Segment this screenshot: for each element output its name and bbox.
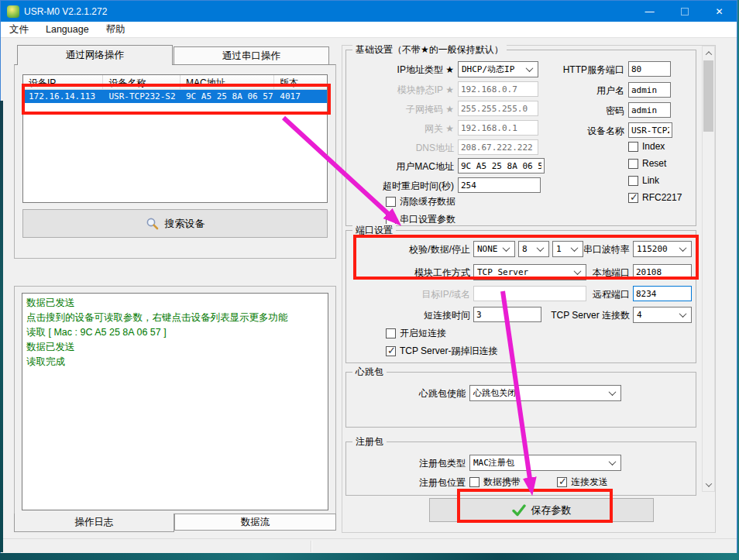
ip-type-label: IP地址类型 ★ (348, 64, 454, 77)
conn-send-checkbox[interactable] (557, 477, 567, 487)
device-name-cell: USR-TCP232-S2 (103, 90, 180, 103)
device-ip-cell: 172.16.14.113 (23, 90, 103, 103)
status-bar-divider (311, 541, 312, 552)
tcp-connections-select[interactable]: 4 (633, 307, 692, 323)
tab-operation-log[interactable]: 操作日志 (14, 514, 174, 532)
dns-field[interactable] (458, 139, 538, 155)
static-ip-label: 模块静态IP ★ (348, 84, 454, 97)
gateway-field[interactable] (458, 120, 538, 136)
parity-value: NONE (477, 244, 498, 254)
col-header-version[interactable]: 版本 (274, 75, 327, 89)
chevron-down-icon (609, 458, 617, 466)
parity-select[interactable]: NONE (473, 241, 515, 257)
tab-network-operation-label: 通过网络操作 (66, 49, 124, 62)
link-checkbox[interactable] (628, 176, 638, 186)
device-list-header: 设备IP 设备名称 MAC地址 版本 (23, 75, 327, 90)
subnet-mask-field[interactable] (458, 101, 538, 116)
rfc2217-checkbox[interactable] (628, 193, 638, 203)
password-field[interactable] (628, 102, 671, 118)
register-type-label: 注册包类型 (357, 457, 466, 470)
heartbeat-enable-label: 心跳包使能 (357, 387, 466, 400)
search-device-button[interactable]: 搜索设备 (22, 209, 328, 238)
baud-rate-label: 串口波特率 (543, 243, 630, 256)
rfc2217-checkbox-row[interactable]: RFC2217 (628, 192, 682, 203)
log-line: 数据已发送 (26, 340, 324, 355)
heartbeat-enable-value: 心跳包关闭 (473, 387, 516, 399)
log-line: 数据已发送 (26, 296, 324, 311)
menu-help[interactable]: 帮助 (98, 23, 134, 36)
col-header-device-ip[interactable]: 设备IP (23, 75, 103, 89)
tab-operation-log-label: 操作日志 (75, 516, 114, 529)
link-checkbox-row[interactable]: Link (628, 175, 659, 186)
ip-type-select[interactable]: DHCP/动态IP (458, 61, 538, 77)
short-conn-time-label: 短连接时间 (348, 309, 470, 322)
save-params-button[interactable]: 保存参数 (429, 498, 654, 522)
tab-data-stream[interactable]: 数据流 (174, 514, 336, 531)
kick-old-conn-checkbox[interactable] (386, 346, 396, 356)
menu-file[interactable]: 文件 (1, 23, 37, 36)
chevron-up-icon (705, 51, 711, 57)
col-header-device-name[interactable]: 设备名称 (103, 75, 180, 89)
device-row-selected[interactable]: 172.16.14.113 USR-TCP232-S2 9C A5 25 8A … (23, 90, 327, 103)
username-label: 用户名 (543, 84, 624, 98)
kick-old-conn-checkbox-row[interactable]: TCP Server-踢掉旧连接 (386, 345, 497, 358)
conn-send-checkbox-row[interactable]: 连接发送 (557, 476, 608, 489)
clear-cache-checkbox[interactable] (386, 197, 396, 207)
tab-network-operation[interactable]: 通过网络操作 (17, 45, 173, 65)
reset-checkbox[interactable] (628, 159, 638, 169)
user-mac-field[interactable] (458, 158, 545, 173)
tcp-connections-value: 4 (637, 310, 642, 320)
enable-short-conn-checkbox[interactable] (386, 328, 396, 338)
register-type-select[interactable]: MAC注册包 (469, 455, 621, 471)
static-ip-field[interactable] (458, 81, 538, 97)
minimize-icon: — (645, 6, 655, 17)
scrollbar-thumb[interactable] (703, 60, 713, 132)
tab-serial-operation[interactable]: 通过串口操作 (174, 46, 329, 65)
baud-rate-value: 115200 (637, 244, 668, 254)
device-name-field[interactable] (628, 122, 672, 138)
local-port-field[interactable] (633, 264, 692, 280)
maximize-button[interactable] (667, 1, 702, 22)
data-carry-checkbox-row[interactable]: 数据携带 (469, 476, 521, 489)
operation-log[interactable]: 数据已发送 点击搜到的设备可读取参数，右键点击设备列表显示更多功能 读取 [ M… (22, 293, 328, 510)
target-ip-label: 目标IP/域名 (348, 288, 470, 301)
reset-checkbox-row[interactable]: Reset (628, 158, 666, 169)
chevron-down-icon (705, 480, 711, 486)
scroll-up-button[interactable] (703, 46, 714, 60)
settings-scrollbar[interactable] (702, 46, 715, 492)
data-bits-value: 8 (522, 244, 528, 254)
index-checkbox-row[interactable]: Index (628, 141, 665, 152)
col-header-mac[interactable]: MAC地址 (180, 75, 274, 89)
enable-short-conn-checkbox-row[interactable]: 开启短连接 (386, 327, 446, 340)
http-port-field[interactable] (628, 61, 671, 77)
remote-port-field[interactable] (633, 286, 692, 301)
ip-type-value: DHCP/动态IP (462, 64, 514, 75)
close-button[interactable]: ✕ (702, 1, 737, 22)
menu-language[interactable]: Language (37, 24, 98, 35)
scroll-down-button[interactable] (703, 478, 714, 491)
status-bar (1, 538, 737, 553)
user-mac-label: 用户MAC地址 (348, 160, 454, 173)
short-conn-time-field[interactable] (473, 307, 541, 322)
data-carry-label: 数据携带 (483, 476, 521, 489)
clear-cache-checkbox-row[interactable]: 清除缓存数据 (386, 195, 455, 208)
log-line: 点击搜到的设备可读取参数，右键点击设备列表显示更多功能 (26, 311, 324, 325)
heartbeat-enable-select[interactable]: 心跳包关闭 (469, 385, 621, 401)
serial-set-params-checkbox-row[interactable]: 串口设置参数 (386, 213, 455, 226)
serial-set-params-label: 串口设置参数 (400, 213, 455, 226)
gateway-label: 网关 ★ (348, 122, 454, 136)
save-params-label: 保存参数 (531, 503, 572, 517)
password-label: 密码 (543, 105, 624, 118)
register-position-label: 注册包位置 (357, 476, 466, 490)
baud-rate-select[interactable]: 115200 (633, 241, 692, 257)
search-device-label: 搜索设备 (165, 217, 205, 231)
data-carry-checkbox[interactable] (469, 477, 479, 487)
app-window: USR-M0 V2.2.1.272 — ✕ 文件 Language 帮助 通过网… (0, 0, 737, 553)
username-field[interactable] (628, 82, 671, 98)
timeout-restart-field[interactable] (458, 177, 541, 193)
chevron-down-icon (679, 244, 687, 252)
titlebar: USR-M0 V2.2.1.272 — ✕ (1, 1, 737, 22)
index-checkbox[interactable] (628, 142, 638, 152)
minimize-button[interactable]: — (632, 1, 667, 22)
reset-label: Reset (642, 158, 666, 169)
